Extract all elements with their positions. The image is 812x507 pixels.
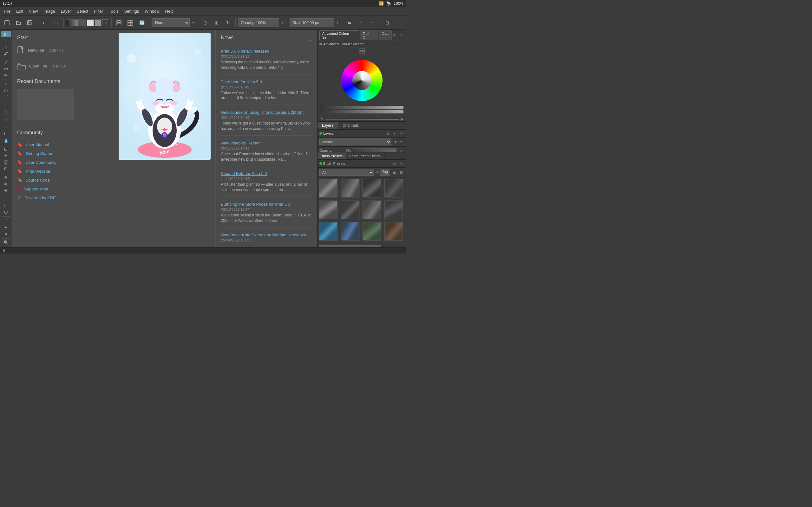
link-user-manual[interactable]: 🔖 User Manual bbox=[17, 140, 109, 149]
tool-select-contiguous[interactable]: ⌗ bbox=[1, 231, 11, 237]
tool-ellipse[interactable]: ○ bbox=[1, 81, 11, 87]
brush-item-7[interactable] bbox=[362, 200, 381, 219]
gray-slider[interactable] bbox=[320, 106, 403, 109]
color-wheel-center[interactable] bbox=[352, 71, 371, 90]
brush-grid-view-btn[interactable]: ⊞ bbox=[398, 170, 404, 175]
brush-item-1[interactable] bbox=[319, 179, 338, 198]
link-kde[interactable]: ⚙ Powered by KDE bbox=[17, 193, 109, 202]
tool-eyedropper[interactable]: 💧 bbox=[1, 137, 11, 144]
menu-image[interactable]: Image bbox=[41, 8, 57, 14]
menu-filter[interactable]: Filter bbox=[91, 8, 106, 14]
new-file-item[interactable]: New File (Ctrl+N) bbox=[17, 45, 109, 55]
brush-item-5[interactable] bbox=[319, 200, 338, 219]
tool-pattern[interactable]: ⊞ bbox=[1, 166, 11, 172]
tag-btn[interactable]: Tag bbox=[380, 169, 390, 176]
brush-item-6[interactable] bbox=[341, 200, 360, 219]
link-getting-started[interactable]: 🔖 Getting Started bbox=[17, 149, 109, 158]
colour-table-btn[interactable] bbox=[317, 47, 406, 55]
color-refresh-btn[interactable]: ↻ ▶ bbox=[320, 117, 403, 121]
tool-move[interactable]: ✛ bbox=[1, 153, 11, 159]
tool-calligraphy[interactable]: ✏ bbox=[1, 72, 11, 78]
menu-window[interactable]: Window bbox=[142, 8, 162, 14]
link-user-community[interactable]: 🔖 User Community bbox=[17, 158, 109, 167]
canvas-area[interactable]: Start New File (Ctrl+N) Open File (Ctrl+… bbox=[12, 30, 317, 253]
layers-close-btn[interactable]: ✕ bbox=[398, 130, 404, 136]
tool-ruler[interactable]: ⊢ bbox=[1, 131, 11, 137]
tool-fill[interactable]: ⬛ bbox=[1, 109, 11, 115]
wrap-btn[interactable] bbox=[125, 18, 136, 28]
open-file-item[interactable]: Open File (Ctrl+O) bbox=[17, 61, 109, 71]
colour-panel-close-btn[interactable]: ✕ bbox=[398, 33, 404, 38]
layers-blend-filter-btn[interactable]: ▼ bbox=[393, 139, 398, 145]
colour-panel-float-btn[interactable]: ⧉ bbox=[392, 33, 397, 38]
checker-swatch[interactable] bbox=[95, 19, 101, 26]
undo-btn[interactable]: ↩ bbox=[40, 18, 50, 28]
news-item-2[interactable]: Third beta for Krita 5.0 (01/12/2021 18:… bbox=[221, 79, 312, 105]
blend-mode-scroll[interactable]: ▼ bbox=[191, 20, 195, 25]
tool-transform[interactable]: ⤡ bbox=[1, 44, 11, 50]
tool-rect[interactable]: ▭ bbox=[1, 66, 11, 72]
tool-select[interactable]: ▷ bbox=[1, 31, 11, 37]
tool-select-rect[interactable]: ⬚ bbox=[1, 196, 11, 202]
tool-clone[interactable]: ⊗ bbox=[1, 181, 11, 187]
brush-item-10[interactable] bbox=[341, 222, 360, 241]
tool-zoom[interactable]: 🔍 bbox=[1, 240, 11, 246]
reset-btn[interactable]: ↻ bbox=[223, 18, 233, 28]
brush-item-4[interactable] bbox=[384, 179, 403, 198]
wrap-mode-btn[interactable]: ⊣ bbox=[367, 18, 377, 28]
tool-multibrush[interactable]: ❋ bbox=[1, 187, 11, 193]
colour-tab-advanced[interactable]: Advanced Colour Se... bbox=[319, 31, 359, 40]
canvas-only-btn[interactable]: ⊡ bbox=[382, 18, 392, 28]
link-support-krita[interactable]: ❤ Support Krita bbox=[17, 184, 109, 193]
news-item-6[interactable]: Bumping the Store Prices for Krita 5.0 (… bbox=[221, 202, 312, 228]
opacity-scroll[interactable]: ▼ bbox=[281, 20, 285, 25]
brush-list-view-btn[interactable]: ☰ bbox=[392, 170, 397, 175]
tool-select-path[interactable]: ⌒ bbox=[1, 218, 11, 224]
tool-line[interactable]: ╱ bbox=[1, 59, 11, 65]
menu-select[interactable]: Select bbox=[74, 8, 91, 14]
size-scroll[interactable]: ▼ bbox=[335, 20, 340, 25]
tool-select-poly[interactable]: ⬡ bbox=[1, 210, 11, 216]
tool-polygon[interactable]: ⬡ bbox=[1, 88, 11, 94]
tool-paint[interactable]: 🖌 bbox=[1, 51, 11, 57]
brush-tab-presets[interactable]: Brush Presets bbox=[317, 153, 346, 159]
brush-float-btn[interactable]: ⧉ bbox=[392, 161, 397, 166]
color-selector-area[interactable] bbox=[317, 55, 406, 106]
menu-help[interactable]: Help bbox=[163, 8, 176, 14]
menu-view[interactable]: View bbox=[26, 8, 40, 14]
news-item-1[interactable]: Krita 5.0.0 beta 5 released (03/12/2021 … bbox=[221, 49, 312, 74]
tool-crop[interactable]: ⊡ bbox=[1, 147, 11, 153]
tool-gradient[interactable]: ▒ bbox=[1, 159, 11, 165]
layers-filter-btn[interactable]: ▼ bbox=[392, 130, 397, 136]
open-btn[interactable] bbox=[13, 18, 23, 28]
brush-tool-btn[interactable] bbox=[114, 18, 124, 28]
link-source-code[interactable]: 🔖 Source Code bbox=[17, 176, 109, 184]
brush-filter-select[interactable]: All bbox=[319, 169, 374, 176]
layers-blend-mode-select[interactable]: Normal bbox=[319, 138, 392, 146]
news-item-7[interactable]: New Book: Krita Secrets by Bohdan Kornie… bbox=[221, 233, 312, 247]
link-krita-website[interactable]: 🔖 Krita Website bbox=[17, 167, 109, 176]
news-item-3[interactable]: New course on using Krita to create a 2D… bbox=[221, 110, 312, 135]
tool-text[interactable]: T bbox=[1, 38, 11, 44]
menu-layer[interactable]: Layer bbox=[58, 8, 73, 14]
erase-btn[interactable]: ⬡ bbox=[200, 18, 210, 28]
tool-measure[interactable]: ↔ bbox=[1, 124, 11, 130]
layers-tab-layers[interactable]: Layers bbox=[317, 122, 338, 129]
news-item-5[interactable]: Second Beta for Krita 5.0 (11/10/2021 14… bbox=[221, 171, 312, 197]
color-wheel-container[interactable] bbox=[341, 60, 383, 101]
fg-swatch[interactable] bbox=[79, 19, 86, 26]
alpha-btn[interactable]: ⊞ bbox=[212, 18, 222, 28]
brush-tab-history[interactable]: Brush Preset History bbox=[346, 153, 385, 159]
tool-smudge[interactable]: ◌ bbox=[1, 116, 11, 122]
brush-item-2[interactable] bbox=[341, 179, 360, 198]
new-window-btn[interactable] bbox=[2, 18, 12, 28]
gray-slider-2[interactable] bbox=[320, 110, 403, 113]
tool-select-ellipse[interactable]: ⊙ bbox=[1, 203, 11, 209]
colour-tab-overview[interactable]: Ov... bbox=[379, 31, 392, 40]
tool-smart[interactable]: ⊕ bbox=[1, 175, 11, 181]
redo-btn[interactable]: ↪ bbox=[51, 18, 61, 28]
mirror-h-btn[interactable]: ⇆ bbox=[345, 18, 355, 28]
tool-freehand[interactable]: ⌒ bbox=[1, 94, 11, 100]
brush-item-11[interactable] bbox=[362, 222, 381, 241]
statusbar-icon[interactable]: ⊕ bbox=[3, 248, 5, 252]
